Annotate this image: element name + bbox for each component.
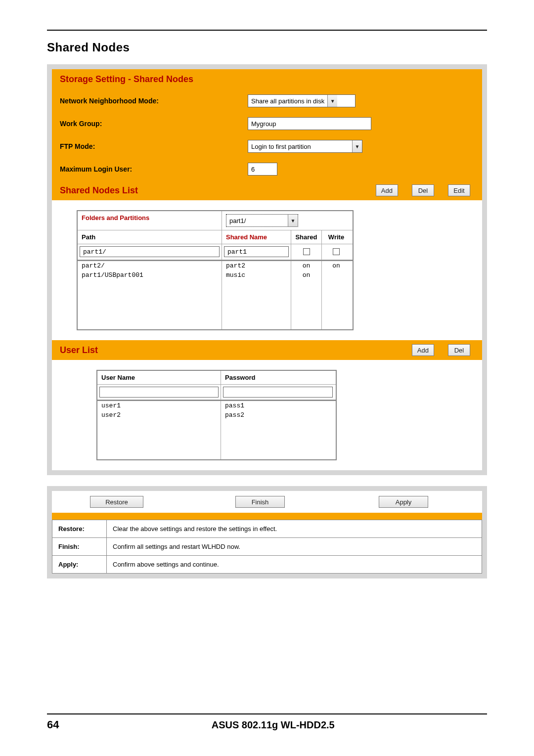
user-del-button[interactable]: Del: [448, 344, 470, 356]
add-button[interactable]: Add: [376, 184, 398, 196]
user-table-wrap: User Name Password user1 user2 pass1 pas…: [52, 360, 482, 470]
desc-row-apply: Apply: Confirm above settings and contin…: [52, 556, 482, 574]
select-nn-mode-value: Share all partitions in disk: [248, 97, 327, 105]
chevron-down-icon: ▼: [327, 95, 337, 107]
chevron-down-icon: ▼: [352, 140, 362, 152]
input-password[interactable]: [223, 387, 333, 398]
nodes-body: part2/ part1/USBpart001 part2 music on o…: [78, 260, 353, 329]
user-row-editable: [97, 385, 336, 400]
col-password: Password: [221, 371, 335, 384]
cell-pass: pass2: [221, 410, 335, 420]
cell-user: user1: [97, 401, 221, 410]
folders-partitions-label: Folders and Partitions: [78, 211, 222, 230]
col-write: Write: [322, 230, 351, 244]
col-shared: Shared: [291, 230, 322, 244]
desc-val-finish: Confirm all settings and restart WLHDD n…: [107, 538, 482, 556]
cell-user: user2: [97, 410, 221, 420]
input-max-user[interactable]: [248, 163, 277, 176]
select-fp-value: part1/: [226, 217, 288, 224]
row-max-user: Maximum Login User:: [52, 158, 482, 180]
cell-shared: on: [291, 261, 321, 270]
label-max-user: Maximum Login User:: [60, 165, 248, 173]
panel-title-bar: Storage Setting - Shared Nodes: [52, 69, 482, 89]
restore-button[interactable]: Restore: [90, 496, 143, 508]
checkbox-write[interactable]: [333, 248, 340, 255]
top-rule: [47, 30, 487, 31]
checkbox-shared[interactable]: [303, 248, 310, 255]
col-username: User Name: [97, 371, 221, 384]
footer-title: ASUS 802.11g WL-HDD2.5: [59, 719, 487, 731]
cell-write: [322, 270, 351, 272]
input-workgroup[interactable]: [248, 117, 371, 130]
cell-shared: on: [291, 270, 321, 280]
desc-key-apply: Apply:: [52, 556, 107, 574]
col-path: Path: [78, 230, 222, 244]
finish-button[interactable]: Finish: [235, 496, 285, 508]
del-button[interactable]: Del: [412, 184, 434, 196]
user-table-header: User Name Password: [97, 371, 336, 385]
user-list-title: User List: [60, 345, 412, 356]
page-number: 64: [47, 718, 59, 731]
select-ftp-mode-value: Login to first partition: [248, 143, 352, 150]
user-table: User Name Password user1 user2 pass1 pas…: [96, 370, 337, 460]
label-nn-mode: Network Neighborhood Mode:: [60, 97, 248, 105]
chevron-down-icon: ▼: [288, 215, 298, 226]
row-workgroup: Work Group:: [52, 112, 482, 135]
desc-key-finish: Finish:: [52, 538, 107, 556]
col-name: Shared Name: [222, 230, 291, 244]
user-list-bar: User List Add Del: [52, 340, 482, 360]
nodes-table-header-row: Path Shared Name Shared Write: [78, 230, 353, 244]
cell-path: part1/USBpart001: [78, 270, 222, 280]
cell-write: on: [322, 261, 351, 270]
user-body: user1 user2 pass1 pass2: [97, 400, 336, 459]
footer-rule: [47, 713, 487, 714]
cell-path: part2/: [78, 261, 222, 270]
input-username[interactable]: [99, 387, 219, 398]
folders-partitions-row: Folders and Partitions part1/ ▼: [78, 211, 353, 230]
desc-val-apply: Confirm above settings and continue.: [107, 556, 482, 574]
desc-key-restore: Restore:: [52, 520, 107, 538]
row-ftp-mode: FTP Mode: Login to first partition ▼: [52, 135, 482, 158]
select-nn-mode[interactable]: Share all partitions in disk ▼: [248, 94, 356, 107]
page-footer: 64 ASUS 802.11g WL-HDD2.5: [47, 713, 487, 731]
input-shared-name[interactable]: [224, 246, 289, 257]
actions-desc-table: Restore: Clear the above settings and re…: [52, 520, 482, 574]
nodes-table-wrap: Folders and Partitions part1/ ▼ Path Sha…: [52, 200, 482, 340]
nodes-row-editable: [78, 244, 353, 260]
desc-row-restore: Restore: Clear the above settings and re…: [52, 520, 482, 538]
panel-title: Storage Setting - Shared Nodes: [60, 74, 193, 85]
desc-row-finish: Finish: Confirm all settings and restart…: [52, 538, 482, 556]
shared-nodes-list-bar: Shared Nodes List Add Del Edit: [52, 180, 482, 200]
apply-button[interactable]: Apply: [379, 496, 428, 508]
actions-panel: Restore Finish Apply Restore: Clear the …: [47, 486, 487, 578]
page-title: Shared Nodes: [47, 41, 487, 54]
input-path[interactable]: [80, 246, 220, 257]
amber-strip: [52, 513, 482, 520]
storage-panel: Storage Setting - Shared Nodes Network N…: [47, 64, 487, 475]
nodes-table: Folders and Partitions part1/ ▼ Path Sha…: [77, 210, 354, 330]
edit-button[interactable]: Edit: [448, 184, 470, 196]
user-add-button[interactable]: Add: [412, 344, 434, 356]
shared-nodes-list-title: Shared Nodes List: [60, 185, 376, 196]
actions-bar: Restore Finish Apply: [52, 491, 482, 513]
row-nn-mode: Network Neighborhood Mode: Share all par…: [52, 89, 482, 112]
cell-name: music: [222, 270, 291, 280]
select-folder-partition[interactable]: part1/ ▼: [226, 214, 298, 227]
cell-pass: pass1: [221, 401, 335, 410]
label-ftp-mode: FTP Mode:: [60, 142, 248, 150]
label-workgroup: Work Group:: [60, 120, 248, 128]
select-ftp-mode[interactable]: Login to first partition ▼: [248, 140, 362, 153]
desc-val-restore: Clear the above settings and restore the…: [107, 520, 482, 538]
cell-name: part2: [222, 261, 291, 270]
